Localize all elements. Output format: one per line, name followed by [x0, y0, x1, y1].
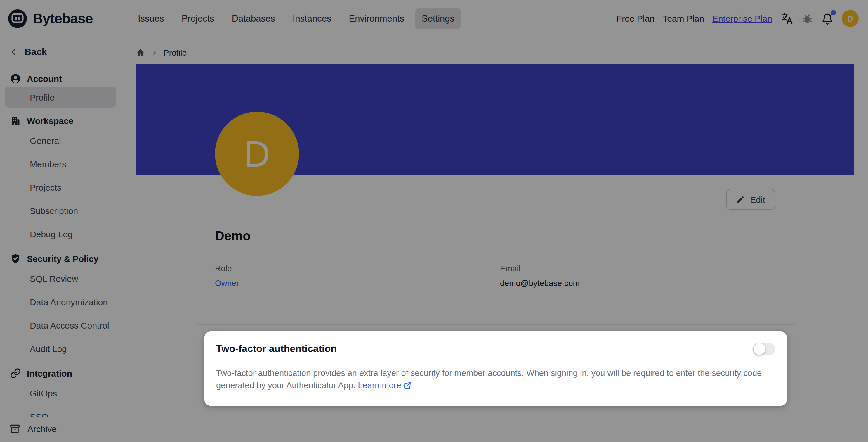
two-factor-description: Two-factor authentication provides an ex…: [216, 367, 777, 392]
external-link-icon: [404, 381, 412, 389]
two-factor-card: Two-factor authentication Two-factor aut…: [205, 331, 787, 406]
learn-more-link[interactable]: Learn more: [358, 381, 411, 390]
app-root: Bytebase Issues Projects Databases Insta…: [0, 0, 868, 442]
toggle-knob: [753, 343, 765, 355]
two-factor-toggle[interactable]: [753, 343, 775, 355]
two-factor-title: Two-factor authentication: [216, 343, 337, 355]
